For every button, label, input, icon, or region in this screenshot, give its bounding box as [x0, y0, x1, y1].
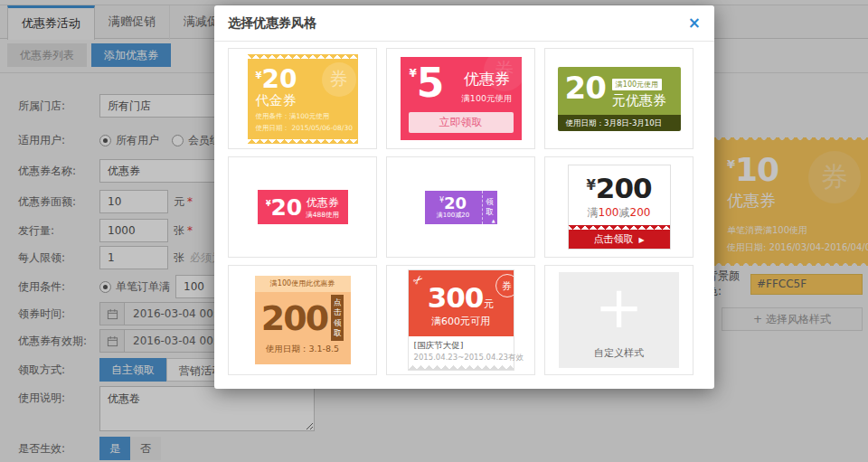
screen: 优惠券活动 满赠促销 满减促销 抢购促销 优惠券列表 添加优惠券 所属门店: 所… — [0, 0, 868, 462]
coupon-condition: 使用条件：满100元使用 — [256, 112, 350, 121]
amount-value: 200 — [261, 301, 327, 335]
coupon-style-card-white-200[interactable]: ¥200 满100减200 点击领取▶ — [544, 156, 693, 258]
amount-value: 20 — [261, 64, 297, 94]
coupon-date: 使用日期：3月8日-3月10日 — [558, 115, 681, 131]
custom-style-tile: + 自定义样式 — [559, 272, 679, 368]
currency-symbol: ¥ — [586, 177, 595, 193]
coupon-template: ¥20 代金券 使用条件：满100元使用 使用日期： 2015/05/06-08… — [248, 54, 358, 144]
plus-icon: + — [559, 272, 679, 343]
coupon-style-card-olive[interactable]: 20 满100元使用 元优惠券 使用日期：3月8日-3月10日 — [544, 48, 693, 149]
coupon-style-modal: 选择优惠券风格 × ¥20 代金券 使用条件：满100元使用 使用日期： 201… — [214, 5, 714, 389]
coupon-style-card-yellow[interactable]: ¥20 代金券 使用条件：满100元使用 使用日期： 2015/05/06-08… — [228, 48, 377, 149]
coupon-date: 2015.04.23~2015.04.23有效 — [414, 353, 508, 363]
coupon-style-card-orange[interactable]: 满100使用此优惠券 200 点击领取 使用日期：3.1-8.5 — [228, 265, 377, 375]
amount-value: 20 — [565, 73, 606, 102]
condition-text: 满 — [588, 206, 599, 219]
coupon-condition-badge: 满100元使用 — [612, 79, 662, 90]
coupon-date: 使用日期：3.1-8.5 — [255, 341, 351, 360]
coupon-template: ¥200 满100减200 点击领取▶ — [568, 165, 671, 250]
amount-value: 20 — [270, 194, 302, 221]
watermark-char: 券 — [502, 279, 512, 293]
coupon-template: ¥20 优惠券 满488使用 — [258, 190, 348, 224]
coupon-template: ✂ 券 300元 满600元可用 [国庆节大促] 2015.04.23~2015… — [408, 269, 514, 371]
coupon-condition: 满600元可用 — [414, 315, 508, 328]
coupon-condition: 满488使用 — [306, 211, 339, 220]
condition-number: 200 — [630, 206, 651, 219]
coupon-condition: 满100元使用 — [461, 93, 512, 105]
arrow-up-icon: ▲ — [492, 218, 495, 223]
click-claim-button[interactable]: 点击领取▶ — [569, 230, 670, 249]
coupon-name: 元优惠券 — [612, 92, 666, 109]
custom-style-label: 自定义样式 — [559, 346, 679, 360]
close-icon[interactable]: × — [688, 15, 701, 31]
zigzag-edge — [248, 139, 358, 144]
modal-title: 选择优惠券风格 — [228, 15, 688, 32]
coupon-name: 优惠券 — [306, 195, 339, 211]
coupon-date: 使用日期： 2015/05/06-08/30 — [256, 124, 350, 133]
amount-value: 20 — [444, 193, 467, 212]
watermark-char: 券 — [330, 67, 348, 91]
coupon-title: [国庆节大促] — [414, 340, 508, 352]
zigzag-edge — [409, 365, 514, 370]
button-label: 点击领取 — [333, 297, 342, 337]
coupon-template: ¥20 满100减20 领取 ▲ — [425, 191, 497, 224]
claim-button[interactable]: 领取 — [486, 197, 494, 216]
amount-value: 5 — [417, 60, 445, 106]
modal-header: 选择优惠券风格 × — [214, 5, 714, 42]
coupon-style-card-pink[interactable]: ¥5 优惠券 满100元使用 立即领取 券 — [386, 48, 535, 149]
currency-symbol: ¥ — [410, 67, 417, 80]
coupon-style-grid: ¥20 代金券 使用条件：满100元使用 使用日期： 2015/05/06-08… — [228, 48, 693, 375]
coupon-style-card-custom[interactable]: + 自定义样式 — [544, 265, 693, 375]
amount-value: 200 — [596, 172, 652, 204]
arrow-right-icon: ▶ — [638, 236, 644, 244]
condition-text: 减 — [619, 206, 630, 219]
coupon-template: 20 满100元使用 元优惠券 使用日期：3月8日-3月10日 — [558, 67, 681, 131]
watermark-char: 券 — [495, 57, 514, 84]
amount-unit: 元 — [484, 298, 494, 310]
zigzag-edge — [255, 360, 351, 364]
amount-value: 300 — [428, 281, 484, 314]
coupon-style-card-red-300[interactable]: ✂ 券 300元 满600元可用 [国庆节大促] 2015.04.23~2015… — [386, 265, 535, 375]
claim-now-button[interactable]: 立即领取 — [409, 112, 514, 133]
coupon-style-card-purple[interactable]: ¥20 满100减20 领取 ▲ — [386, 156, 535, 258]
click-claim-button[interactable]: 点击领取 — [331, 295, 344, 340]
coupon-condition: 满100减200 — [569, 205, 670, 221]
coupon-condition: 满100使用此优惠券 — [255, 276, 351, 292]
coupon-template: 满100使用此优惠券 200 点击领取 使用日期：3.1-8.5 — [255, 276, 351, 363]
coupon-template: ¥5 优惠券 满100元使用 立即领取 券 — [401, 57, 522, 140]
coupon-condition: 满100减20 — [425, 211, 482, 220]
coupon-watermark: 券 — [322, 62, 356, 97]
button-label: 点击领取 — [593, 233, 633, 245]
coupon-style-card-red-band[interactable]: ¥20 优惠券 满488使用 — [228, 156, 377, 258]
condition-number: 100 — [599, 206, 619, 219]
